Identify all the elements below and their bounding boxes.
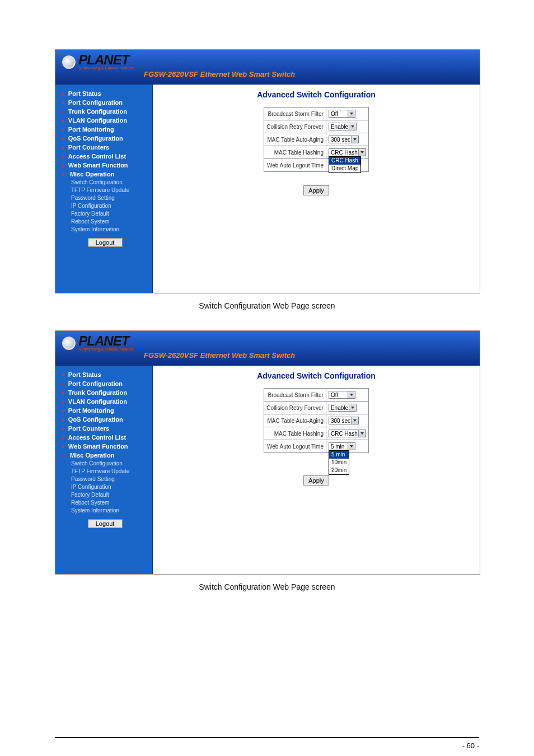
figure-caption: Switch Configuration Web Page screen xyxy=(55,301,479,310)
nav-ip-configuration[interactable]: IP Configuration xyxy=(71,483,148,491)
nav-system-information[interactable]: System Information xyxy=(71,226,148,234)
app-title: FGSW-2620VSF Ethernet Web Smart Switch xyxy=(144,351,295,360)
brand-subtext: Networking & Communication xyxy=(78,347,134,351)
nav-web-smart-function[interactable]: Web Smart Function xyxy=(62,443,148,450)
chevron-down-icon xyxy=(351,417,358,424)
row-age-label: MAC Table Auto-Aging xyxy=(264,133,326,146)
dropdown-mac-hashing[interactable]: CRC Hash Direct Map xyxy=(329,156,361,173)
logout-button[interactable]: Logout xyxy=(88,519,123,528)
select-mac-aging[interactable]: 300 sec xyxy=(329,136,359,143)
dropdown-option[interactable]: 5 min xyxy=(329,451,349,459)
nav-qos-configuration[interactable]: QoS Configuration xyxy=(62,135,148,142)
app-header: PLANET Networking & Communication FGSW-2… xyxy=(55,50,480,85)
chevron-down-icon xyxy=(348,391,355,398)
row-crf-label: Collision Retry Forever xyxy=(264,120,326,133)
nav-tftp-firmware[interactable]: TFTP Firmware Update xyxy=(71,186,148,194)
nav-factory-default[interactable]: Factory Default xyxy=(71,210,148,218)
row-bsf-label: Broadcast Storm Filter xyxy=(264,389,326,402)
nav-switch-configuration[interactable]: Switch Configuration xyxy=(71,179,148,186)
nav-trunk-configuration[interactable]: Trunk Configuration xyxy=(62,108,148,115)
page-number: - 60 - xyxy=(462,741,479,750)
nav-reboot-system[interactable]: Reboot System xyxy=(71,218,148,226)
page-title: Advanced Switch Configuration xyxy=(158,371,474,380)
nav-misc-label: Misc Operation xyxy=(70,171,114,178)
nav-port-monitoring[interactable]: Port Monitoring xyxy=(62,126,148,133)
page-footer: - 60 - xyxy=(55,737,479,750)
dropdown-option[interactable]: 20min xyxy=(329,466,349,474)
screenshot-2: PLANET Networking & Communication FGSW-2… xyxy=(55,330,480,575)
nav-port-status[interactable]: Port Status xyxy=(62,90,148,97)
chevron-down-icon xyxy=(348,110,355,117)
figure-caption: Switch Configuration Web Page screen xyxy=(55,582,479,591)
row-age-label: MAC Table Auto-Aging xyxy=(264,414,326,427)
nav-switch-configuration[interactable]: Switch Configuration xyxy=(71,460,148,468)
nav-trunk-configuration[interactable]: Trunk Configuration xyxy=(62,389,148,396)
nav-port-counters[interactable]: Port Counters xyxy=(62,144,148,151)
nav-password-setting[interactable]: Password Setting xyxy=(71,194,148,202)
dropdown-option[interactable]: CRC Hash xyxy=(329,157,360,165)
apply-button[interactable]: Apply xyxy=(303,185,329,195)
row-hash-label: MAC Table Hashing xyxy=(264,146,326,159)
chevron-down-icon xyxy=(348,443,355,450)
select-collision-retry[interactable]: Enable xyxy=(329,123,357,130)
select-mac-aging[interactable]: 300 sec xyxy=(329,417,359,424)
main-content: Advanced Switch Configuration Broadcast … xyxy=(153,85,480,293)
row-logout-label: Web Auto Logout Time xyxy=(264,159,326,172)
chevron-down-icon xyxy=(358,430,366,437)
nav-access-control-list[interactable]: Access Control List xyxy=(62,434,148,441)
config-table: Broadcast Storm Filter Off Collision Ret… xyxy=(264,107,369,172)
app-title: FGSW-2620VSF Ethernet Web Smart Switch xyxy=(144,70,295,78)
nav-reboot-system[interactable]: Reboot System xyxy=(71,499,148,507)
nav-port-counters[interactable]: Port Counters xyxy=(62,425,148,432)
row-logout-label: Web Auto Logout Time xyxy=(264,440,326,453)
config-table: Broadcast Storm Filter Off Collision Ret… xyxy=(264,388,369,453)
chevron-down-icon xyxy=(351,136,358,143)
sidebar: Port Status Port Configuration Trunk Con… xyxy=(55,85,153,293)
nav-ip-configuration[interactable]: IP Configuration xyxy=(71,202,148,210)
nav-qos-configuration[interactable]: QoS Configuration xyxy=(62,416,148,423)
chevron-down-icon xyxy=(358,149,366,156)
dropdown-option[interactable]: 10min xyxy=(329,459,349,466)
select-broadcast-storm[interactable]: Off xyxy=(329,391,355,399)
nav-access-control-list[interactable]: Access Control List xyxy=(62,153,148,160)
nav-misc-label: Misc Operation xyxy=(70,452,114,459)
select-mac-hashing[interactable]: CRC Hash xyxy=(329,430,366,437)
planet-icon xyxy=(62,55,76,69)
nav-password-setting[interactable]: Password Setting xyxy=(71,475,148,483)
logout-button[interactable]: Logout xyxy=(88,238,123,247)
nav-web-smart-function[interactable]: Web Smart Function xyxy=(62,162,148,169)
sidebar: Port Status Port Configuration Trunk Con… xyxy=(55,366,153,574)
planet-icon xyxy=(62,337,76,350)
select-web-logout[interactable]: 5 min xyxy=(329,442,355,450)
apply-button[interactable]: Apply xyxy=(303,475,329,486)
brand-logo: PLANET Networking & Communication xyxy=(62,53,134,71)
main-content: Advanced Switch Configuration Broadcast … xyxy=(153,366,480,574)
row-crf-label: Collision Retry Forever xyxy=(264,402,326,414)
select-mac-hashing[interactable]: CRC Hash xyxy=(329,148,366,156)
chevron-down-icon xyxy=(349,404,356,411)
brand-text: PLANET xyxy=(78,52,129,67)
nav-tftp-firmware[interactable]: TFTP Firmware Update xyxy=(71,468,148,475)
nav-misc-operation[interactable]: Misc Operation Switch Configuration TFTP… xyxy=(62,171,148,234)
nav-factory-default[interactable]: Factory Default xyxy=(71,491,148,499)
nav-port-status[interactable]: Port Status xyxy=(62,371,148,378)
screenshot-1: PLANET Networking & Communication FGSW-2… xyxy=(55,49,480,293)
select-collision-retry[interactable]: Enable xyxy=(329,404,357,412)
nav-vlan-configuration[interactable]: VLAN Configuration xyxy=(62,398,148,405)
nav-system-information[interactable]: System Information xyxy=(71,507,148,515)
select-broadcast-storm[interactable]: Off xyxy=(329,110,355,118)
brand-text: PLANET xyxy=(78,333,129,348)
row-hash-label: MAC Table Hashing xyxy=(264,427,326,440)
dropdown-web-logout[interactable]: 5 min 10min 20min xyxy=(329,450,349,475)
nav-port-monitoring[interactable]: Port Monitoring xyxy=(62,407,148,414)
nav-port-configuration[interactable]: Port Configuration xyxy=(62,380,148,387)
chevron-down-icon xyxy=(349,123,356,130)
app-header: PLANET Networking & Communication FGSW-2… xyxy=(55,331,480,366)
nav-vlan-configuration[interactable]: VLAN Configuration xyxy=(62,117,148,124)
nav-misc-operation[interactable]: Misc Operation Switch Configuration TFTP… xyxy=(62,452,148,515)
brand-logo: PLANET Networking & Communication xyxy=(62,334,134,352)
nav-port-configuration[interactable]: Port Configuration xyxy=(62,99,148,106)
page-title: Advanced Switch Configuration xyxy=(158,90,474,99)
brand-subtext: Networking & Communication xyxy=(78,66,134,70)
dropdown-option[interactable]: Direct Map xyxy=(329,165,360,172)
